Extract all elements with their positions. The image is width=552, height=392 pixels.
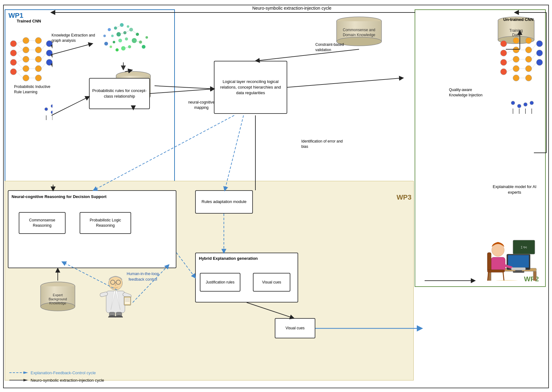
svg-text:Expert: Expert <box>53 293 63 297</box>
neural-cognitive-title: Neural-cognitive Reasoning for Decision … <box>12 194 106 200</box>
svg-rect-170 <box>487 270 505 272</box>
svg-rect-160 <box>508 255 529 268</box>
svg-line-129 <box>532 62 536 69</box>
svg-line-68 <box>131 30 137 34</box>
svg-point-0 <box>10 41 17 47</box>
untrained-cnn-label: Un-trained CNN <box>494 17 543 23</box>
svg-line-24 <box>17 72 23 78</box>
svg-rect-162 <box>513 271 524 273</box>
svg-point-106 <box>513 47 519 53</box>
commonsense-reasoning-box: Commonsense Reasoning <box>19 212 66 234</box>
svg-point-105 <box>513 37 519 44</box>
svg-line-30 <box>42 44 46 50</box>
constraint-based-label: Constraint-based validation <box>315 42 356 53</box>
svg-line-23 <box>17 69 23 72</box>
visual-cues-inner-box: Visual cues <box>253 273 290 292</box>
human-loop-label: Human-in-the-loop feedback control <box>119 271 167 282</box>
svg-point-112 <box>525 56 532 62</box>
wp3-label: WP3 <box>397 193 412 201</box>
svg-marker-178 <box>23 371 28 374</box>
legend-solid-label: Neuro-symbolic extraction-injection cycl… <box>31 378 104 383</box>
expert-at-desk-icon: ∑ f(x) <box>482 234 538 281</box>
svg-point-101 <box>500 41 507 47</box>
untrained-cnn-svg <box>496 28 544 150</box>
svg-point-10 <box>35 47 42 53</box>
svg-line-120 <box>507 59 513 62</box>
svg-point-113 <box>525 65 532 72</box>
svg-point-114 <box>525 75 532 81</box>
svg-rect-138 <box>106 291 125 313</box>
svg-point-111 <box>525 47 532 53</box>
svg-point-104 <box>500 69 507 75</box>
svg-line-22 <box>17 62 23 69</box>
svg-point-63 <box>103 35 106 37</box>
svg-point-8 <box>23 75 29 81</box>
rules-adapt-box: Rules adaptation module <box>195 190 253 214</box>
svg-point-12 <box>35 65 42 72</box>
svg-point-154 <box>108 316 116 317</box>
svg-point-3 <box>10 69 17 75</box>
svg-line-19 <box>17 50 23 53</box>
svg-point-133 <box>530 101 534 105</box>
svg-point-155 <box>115 316 123 317</box>
legend-dashed-label: Explanation-Feedback-Control cycle <box>31 370 96 375</box>
expert-bg-cylinder: Expert Background Knowledge <box>37 281 78 315</box>
svg-point-61 <box>110 46 112 48</box>
explainable-model-label: Explainable model for AI experts <box>488 184 541 195</box>
svg-point-36 <box>51 104 52 108</box>
svg-point-64 <box>104 42 108 46</box>
svg-point-5 <box>23 47 29 53</box>
svg-point-52 <box>125 37 128 41</box>
svg-point-37 <box>45 108 48 111</box>
justification-rules-box: Justification rules <box>200 273 240 292</box>
svg-point-1 <box>10 50 17 56</box>
main-diagram: Neuro-symbolic extraction-injection cycl… <box>0 0 552 392</box>
legend-area: Explanation-Feedback-Control cycle Neuro… <box>9 370 104 383</box>
svg-point-115 <box>536 41 543 47</box>
svg-point-45 <box>127 25 129 28</box>
svg-text:∑ f(x): ∑ f(x) <box>521 246 527 249</box>
visual-cues-outer-box: Visual cues <box>275 318 315 338</box>
svg-point-102 <box>500 50 507 56</box>
svg-text:Commonsense and: Commonsense and <box>343 28 375 32</box>
svg-point-2 <box>10 59 17 65</box>
svg-rect-148 <box>125 298 130 304</box>
svg-line-31 <box>42 53 46 59</box>
svg-rect-158 <box>533 271 536 281</box>
svg-point-54 <box>113 41 115 43</box>
prob-rules-box: Probabilistic rules for concept-class re… <box>89 78 150 109</box>
network-graph-svg <box>91 19 156 70</box>
svg-point-117 <box>536 59 543 65</box>
svg-point-49 <box>111 35 114 37</box>
svg-point-164 <box>492 244 504 256</box>
svg-line-121 <box>507 69 513 72</box>
svg-point-131 <box>517 104 521 108</box>
svg-rect-169 <box>487 253 491 271</box>
neural-cognitive-mapping-label: neural-cognitive mapping <box>186 100 217 110</box>
svg-line-17 <box>17 41 23 44</box>
svg-line-119 <box>507 50 513 53</box>
svg-point-116 <box>536 50 543 56</box>
svg-point-4 <box>23 37 29 44</box>
svg-text:Knowledge: Knowledge <box>49 301 66 305</box>
svg-rect-173 <box>511 268 525 270</box>
quality-aware-label: Quality-aware Knowledge Injection <box>449 87 490 98</box>
svg-line-127 <box>532 44 536 50</box>
svg-line-21 <box>17 59 23 62</box>
svg-point-62 <box>108 28 111 31</box>
prob-logic-box: Probabilistic Logic Reasoning <box>80 212 131 234</box>
svg-line-118 <box>507 41 513 44</box>
svg-point-16 <box>46 59 52 65</box>
knowledge-extraction-label: Knowledge Extraction and graph analysis <box>52 33 98 43</box>
svg-point-7 <box>23 65 29 72</box>
svg-point-9 <box>35 37 42 44</box>
svg-line-172 <box>503 271 504 281</box>
svg-point-15 <box>46 50 52 56</box>
svg-text:Domain Knowledge: Domain Knowledge <box>343 33 375 37</box>
svg-line-20 <box>17 53 23 59</box>
svg-point-6 <box>23 56 29 62</box>
svg-point-132 <box>524 103 527 106</box>
svg-line-32 <box>42 62 46 69</box>
svg-point-53 <box>118 39 122 42</box>
svg-point-108 <box>513 65 519 72</box>
